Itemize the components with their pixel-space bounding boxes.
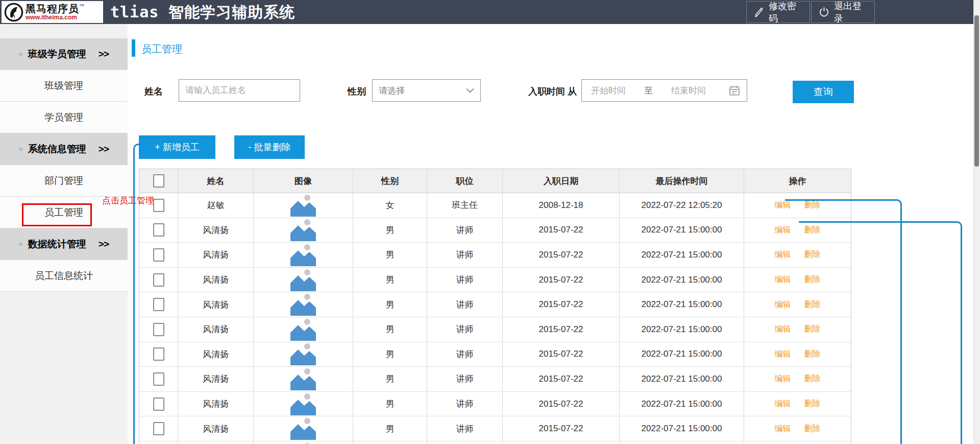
column-header: 图像 <box>254 169 353 193</box>
add-employee-button[interactable]: + 新增员工 <box>139 135 215 159</box>
row-select-cell <box>139 243 178 267</box>
annotation-line-left <box>133 149 135 444</box>
column-header: 姓名 <box>178 169 254 193</box>
brand-trademark: ™ <box>79 3 84 9</box>
delete-link[interactable]: 删除 <box>804 373 821 384</box>
sidebar-group[interactable]: ○ 数据统计管理 >> <box>0 228 128 260</box>
row-checkbox[interactable] <box>153 372 164 386</box>
page-title: 员工管理 <box>141 42 182 56</box>
employee-hire-date-cell: 2015-07-22 <box>503 441 620 444</box>
delete-link[interactable]: 删除 <box>804 274 821 285</box>
sidebar-group[interactable]: ○ 班级学员管理 >> <box>0 38 128 70</box>
employee-image-cell <box>254 218 353 243</box>
image-placeholder-icon <box>285 219 322 241</box>
edit-link[interactable]: 编辑 <box>775 274 791 285</box>
gender-select[interactable]: 请选择 <box>372 79 481 102</box>
delete-link[interactable]: 删除 <box>804 424 821 434</box>
employee-last-op-cell: 2022-07-21 15:00:00 <box>620 342 744 367</box>
table-row: 风清扬 男 讲师 2015-07-22 2022-07-21 15:00:00 … <box>139 218 851 243</box>
sidebar-item[interactable]: 部门管理 <box>0 165 128 197</box>
delete-link[interactable]: 删除 <box>804 200 821 211</box>
circle-bullet-icon: ○ <box>19 145 23 153</box>
row-actions-cell: 编辑 删除 <box>744 292 851 317</box>
chevron-down-icon <box>466 88 474 93</box>
table-row: 风清扬 男 讲师 2015-07-22 2022-07-21 15:00:00 … <box>139 367 851 392</box>
column-header: 入职日期 <box>503 169 620 193</box>
change-password-button[interactable]: 修改密码 <box>746 1 810 23</box>
table-row: 风清扬 男 讲师 2015-07-22 2022-07-21 15:00:00 … <box>139 268 851 293</box>
row-checkbox[interactable] <box>153 223 164 237</box>
row-checkbox[interactable] <box>153 422 164 435</box>
sidebar-item-label: 班级管理 <box>44 79 83 92</box>
row-actions-cell: 编辑 删除 <box>744 367 851 391</box>
edit-link[interactable]: 编辑 <box>775 200 791 211</box>
edit-link[interactable]: 编辑 <box>775 349 791 360</box>
employee-name-cell: 赵敏 <box>178 193 254 218</box>
sidebar-group-label: 数据统计管理 <box>28 238 86 251</box>
sidebar-item[interactable]: 班级管理 <box>0 70 128 102</box>
logout-label: 退出登录 <box>834 0 867 25</box>
employee-name-cell: 风清扬 <box>178 416 254 441</box>
row-select-cell <box>139 292 178 317</box>
row-checkbox[interactable] <box>153 248 164 262</box>
edit-link[interactable]: 编辑 <box>775 249 791 260</box>
query-button[interactable]: 查询 <box>793 81 854 103</box>
sidebar-item-label: 部门管理 <box>44 174 83 188</box>
batch-delete-button[interactable]: - 批量删除 <box>234 135 305 159</box>
employee-last-op-cell: 2022-07-21 15:00:00 <box>620 218 744 243</box>
sidebar-group-label: 系统信息管理 <box>28 143 86 156</box>
employee-image-cell <box>254 268 353 292</box>
logout-button[interactable]: 退出登录 <box>811 1 875 23</box>
sidebar-item-label: 学员管理 <box>44 111 83 124</box>
table-header-row: 姓名图像性别职位入职日期最后操作时间操作 <box>139 169 851 193</box>
row-checkbox[interactable] <box>153 298 164 311</box>
employee-last-op-cell: 2022-07-21 15:00:00 <box>620 367 744 391</box>
row-checkbox[interactable] <box>153 347 164 361</box>
row-checkbox[interactable] <box>153 273 164 287</box>
date-end-placeholder: 结束时间 <box>671 85 706 97</box>
row-actions-cell: 编辑 删除 <box>744 193 851 218</box>
delete-link[interactable]: 删除 <box>804 399 821 409</box>
employee-image-cell <box>254 392 353 416</box>
delete-link[interactable]: 删除 <box>804 324 821 335</box>
employee-position-cell: 讲师 <box>427 218 503 243</box>
sidebar-group-label: 班级学员管理 <box>28 48 86 61</box>
employee-gender-cell: 男 <box>353 342 427 367</box>
row-checkbox[interactable] <box>153 199 164 212</box>
delete-link[interactable]: 删除 <box>804 299 821 310</box>
employee-name-cell: 风清扬 <box>178 243 254 267</box>
table-body: 赵敏 女 班主任 2008-12-18 2022-07-22 12:05:20 … <box>139 193 851 444</box>
delete-link[interactable]: 删除 <box>804 249 821 260</box>
edit-link[interactable]: 编辑 <box>775 324 791 335</box>
edit-link[interactable]: 编辑 <box>775 373 791 384</box>
date-start-placeholder: 开始时间 <box>591 85 626 97</box>
delete-link[interactable]: 删除 <box>804 225 821 236</box>
column-header: 职位 <box>427 169 503 193</box>
sidebar-item-label: 员工信息统计 <box>35 269 93 283</box>
edit-link[interactable]: 编辑 <box>775 424 791 434</box>
table-row: 赵敏 女 班主任 2008-12-18 2022-07-22 12:05:20 … <box>139 193 851 218</box>
employee-gender-cell: 男 <box>353 243 427 267</box>
employee-gender-cell: 女 <box>353 193 427 218</box>
row-checkbox[interactable] <box>153 398 164 411</box>
row-actions-cell: 编辑 删除 <box>744 317 851 342</box>
employee-position-cell: 讲师 <box>427 342 503 367</box>
name-input[interactable] <box>179 79 300 102</box>
edit-link[interactable]: 编辑 <box>775 299 791 310</box>
select-all-checkbox[interactable] <box>153 174 164 188</box>
row-checkbox[interactable] <box>153 323 164 336</box>
date-range-input[interactable]: 开始时间 至 结束时间 <box>581 79 747 102</box>
sidebar-item-label: 员工管理 <box>44 206 83 219</box>
employee-image-cell <box>254 193 353 218</box>
sidebar-group[interactable]: ○ 系统信息管理 >> <box>0 133 128 165</box>
edit-link[interactable]: 编辑 <box>775 225 791 236</box>
row-actions-cell: 编辑 删除 <box>744 243 851 267</box>
employee-last-op-cell: 2022-07-21 15:00:00 <box>620 317 744 342</box>
scrollbar-thumb[interactable] <box>974 15 979 167</box>
employee-name-cell: 风清扬 <box>178 367 254 391</box>
sidebar-item[interactable]: 学员管理 <box>0 102 128 133</box>
row-select-cell <box>139 317 178 342</box>
sidebar-item[interactable]: 员工信息统计 <box>0 260 128 292</box>
delete-link[interactable]: 删除 <box>804 349 821 360</box>
edit-link[interactable]: 编辑 <box>775 399 791 409</box>
